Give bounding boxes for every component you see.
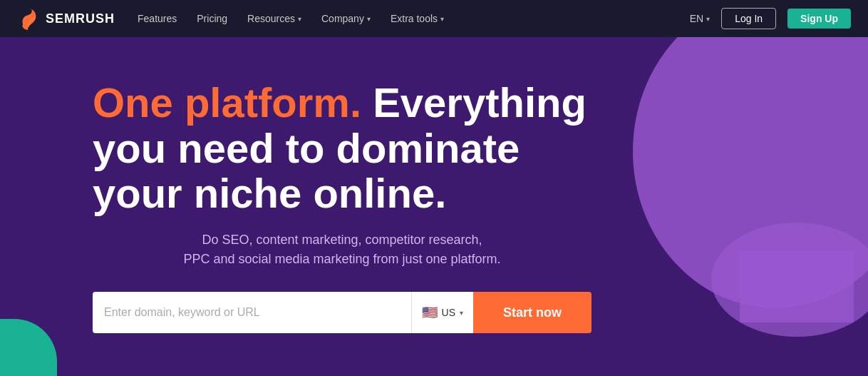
svg-rect-2 (740, 251, 854, 322)
signup-button[interactable]: Sign Up (787, 9, 851, 29)
us-flag-icon: 🇺🇸 (422, 305, 438, 320)
hero-headline: One platform. Everything you need to dom… (93, 80, 591, 216)
hero-content: One platform. Everything you need to dom… (93, 80, 591, 333)
start-now-button[interactable]: Start now (473, 292, 591, 333)
semrush-logo-icon (17, 7, 40, 30)
nav-features[interactable]: Features (138, 13, 177, 24)
hero-silhouette-graphic (583, 37, 868, 376)
nav-links: Features Pricing Resources ▾ Company ▾ E… (138, 13, 667, 24)
language-selector[interactable]: EN ▾ (690, 13, 710, 24)
logo-text: SEMRUSH (46, 11, 115, 26)
chevron-down-icon: ▾ (440, 15, 444, 23)
nav-extra-tools[interactable]: Extra tools ▾ (391, 13, 444, 24)
hero-section: One platform. Everything you need to dom… (0, 37, 868, 376)
search-input[interactable] (104, 306, 400, 319)
nav-company[interactable]: Company ▾ (321, 13, 371, 24)
search-bar: 🇺🇸 US ▾ Start now (93, 292, 591, 333)
logo[interactable]: SEMRUSH (17, 7, 115, 30)
login-button[interactable]: Log In (721, 8, 776, 29)
hero-subtext: Do SEO, content marketing, competitor re… (93, 230, 591, 269)
chevron-down-icon: ▾ (706, 15, 710, 23)
chevron-down-icon: ▾ (460, 309, 463, 317)
chevron-down-icon: ▾ (298, 15, 301, 23)
nav-right: EN ▾ Log In Sign Up (690, 8, 851, 29)
chevron-down-icon: ▾ (367, 15, 371, 23)
nav-resources[interactable]: Resources ▾ (247, 13, 301, 24)
teal-corner-decoration (0, 319, 57, 376)
country-selector[interactable]: 🇺🇸 US ▾ (411, 292, 473, 333)
search-input-wrapper (93, 292, 411, 333)
navbar: SEMRUSH Features Pricing Resources ▾ Com… (0, 0, 868, 37)
nav-pricing[interactable]: Pricing (197, 13, 227, 24)
